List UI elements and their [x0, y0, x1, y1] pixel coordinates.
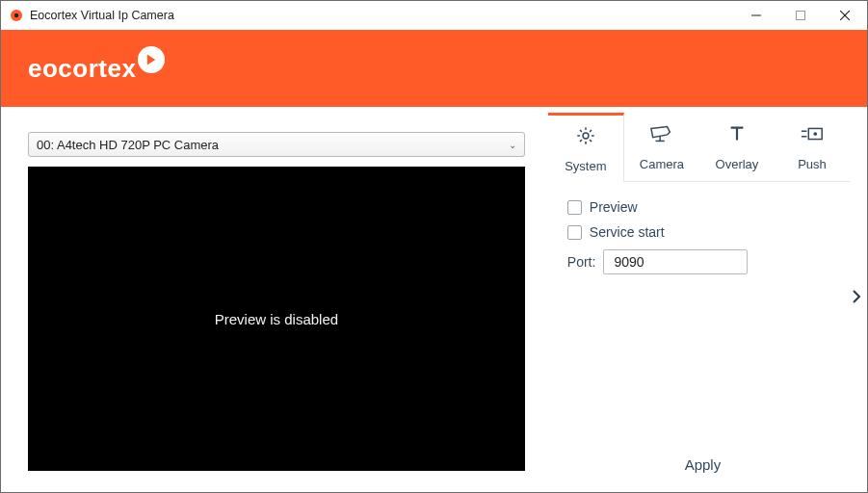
camera-select[interactable]: 00: A4tech HD 720P PC Camera ⌄	[28, 132, 525, 157]
preview-checkbox[interactable]	[567, 200, 582, 215]
text-icon	[724, 123, 750, 147]
tab-overlay-label: Overlay	[716, 157, 759, 171]
maximize-button[interactable]	[778, 1, 823, 30]
tab-push-label: Push	[798, 157, 827, 171]
close-button[interactable]	[823, 1, 867, 30]
brand-logo: eocortex	[28, 54, 165, 84]
camera-select-value: 00: A4tech HD 720P PC Camera	[37, 138, 219, 152]
gear-icon	[573, 125, 598, 149]
tab-system-label: System	[565, 159, 606, 173]
right-panel: System Camera Overlay Push	[539, 107, 867, 492]
push-icon	[800, 123, 825, 147]
service-start-checkbox-label: Service start	[590, 224, 665, 240]
expand-button[interactable]	[852, 290, 861, 307]
brand-arrow-icon	[138, 46, 165, 73]
service-start-checkbox[interactable]	[567, 225, 582, 240]
window-title: Eocortex Virtual Ip Camera	[30, 9, 734, 22]
brand-name: eocortex	[28, 54, 136, 84]
port-label: Port:	[567, 254, 596, 270]
apply-label: Apply	[685, 456, 722, 473]
window-controls	[734, 1, 867, 30]
port-input[interactable]	[603, 249, 748, 274]
svg-point-12	[813, 132, 817, 136]
svg-rect-3	[797, 12, 805, 20]
svg-point-1	[14, 13, 18, 17]
port-row: Port:	[567, 249, 842, 274]
camera-icon	[649, 123, 674, 147]
tab-system[interactable]: System	[548, 113, 624, 182]
app-icon	[9, 8, 24, 23]
tab-camera-label: Camera	[640, 157, 684, 171]
minimize-button[interactable]	[734, 1, 778, 30]
preview-checkbox-label: Preview	[590, 199, 638, 215]
preview-box: Preview is disabled	[28, 167, 525, 471]
brand-bar: eocortex	[1, 30, 867, 107]
apply-button[interactable]: Apply	[539, 456, 867, 473]
tab-overlay[interactable]: Overlay	[699, 113, 775, 182]
tab-push[interactable]: Push	[775, 113, 850, 182]
tab-camera[interactable]: Camera	[624, 113, 699, 182]
preview-message: Preview is disabled	[215, 311, 338, 327]
content: 00: A4tech HD 720P PC Camera ⌄ Preview i…	[1, 107, 867, 492]
titlebar: Eocortex Virtual Ip Camera	[1, 1, 867, 30]
left-panel: 00: A4tech HD 720P PC Camera ⌄ Preview i…	[1, 107, 539, 492]
service-start-checkbox-row: Service start	[567, 224, 842, 240]
preview-checkbox-row: Preview	[567, 199, 842, 215]
tabs: System Camera Overlay Push	[548, 113, 850, 182]
settings-pane: Preview Service start Port:	[548, 182, 850, 274]
svg-point-6	[583, 133, 589, 139]
chevron-down-icon: ⌄	[509, 140, 516, 150]
